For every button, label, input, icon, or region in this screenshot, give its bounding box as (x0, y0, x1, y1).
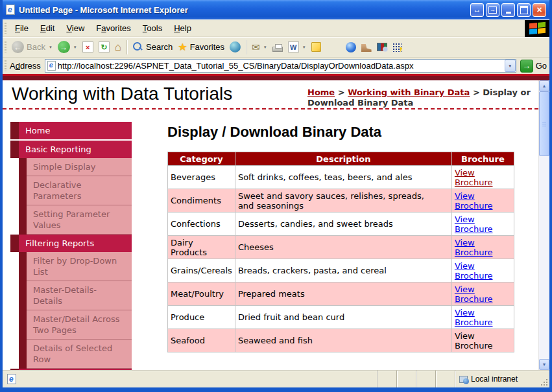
description-cell: Sweet and savory sauces, relishes, sprea… (235, 189, 451, 213)
resize-grip[interactable] (539, 371, 549, 387)
history-button[interactable] (227, 40, 243, 54)
table-row: Condiments Sweet and savory sauces, reli… (168, 189, 514, 213)
view-brochure-link[interactable]: View Brochure (455, 308, 493, 327)
maximize-button[interactable] (517, 3, 531, 17)
toolbar-separator (246, 40, 246, 54)
description-cell: Seaweed and fish (235, 329, 451, 352)
print-button[interactable] (270, 41, 285, 53)
breadcrumb-item: > Working with Binary Data (335, 87, 470, 97)
minimize-button[interactable] (501, 3, 515, 17)
mail-icon: ✉ (252, 42, 260, 52)
header-category: Category (168, 152, 235, 166)
word-icon: W (288, 41, 299, 52)
sidebar-item-notch (19, 176, 27, 205)
window-split-button[interactable] (470, 3, 484, 17)
sidebar-item[interactable]: Filter by Drop-Down List (19, 252, 132, 281)
sidebar-item-notch (19, 340, 27, 369)
address-input[interactable] (56, 61, 505, 71)
stop-button[interactable]: × (80, 40, 96, 54)
main-content: Display / Download Binary Data Category … (167, 122, 514, 370)
mail-button[interactable]: ✉ ▼ (249, 41, 270, 54)
zone-label: Local intranet (471, 375, 518, 384)
address-dropdown-button[interactable]: ▼ (505, 60, 516, 72)
refresh-button[interactable]: ↻ (96, 40, 112, 54)
sidebar-item-notch (19, 158, 27, 176)
status-document-icon (7, 374, 16, 384)
go-arrow-icon: → (520, 60, 533, 73)
header-brochure: Brochure (451, 152, 514, 166)
view-brochure-link[interactable]: View Brochure (455, 284, 493, 304)
vertical-scrollbar[interactable]: ▲ ▼ (538, 80, 549, 370)
sidebar-item-label: Declarative Parameters (27, 176, 132, 205)
view-brochure-link[interactable]: View Brochure (455, 168, 493, 187)
messenger-button[interactable] (343, 41, 359, 54)
title-bar[interactable]: Untitled Page - Microsoft Internet Explo… (3, 0, 549, 19)
sidebar-nav: Home Basic Reporting Simple Display Decl… (10, 122, 132, 370)
breadcrumb-link[interactable]: Home (307, 87, 335, 97)
sidebar-item-label: Master-Details- Details (27, 281, 132, 310)
menu-item[interactable]: File (9, 21, 34, 36)
back-dropdown-icon: ▼ (49, 45, 53, 49)
addressbar-grip[interactable] (5, 60, 6, 71)
sidebar-item-partial[interactable] (10, 369, 132, 370)
search-button[interactable]: Search (130, 40, 175, 54)
scrollbar-thumb[interactable] (539, 91, 549, 156)
forward-dropdown-icon: ▼ (73, 45, 77, 49)
back-button[interactable]: ← Back ▼ (9, 40, 55, 54)
sidebar-item[interactable]: Details of Selected Row (19, 340, 132, 369)
sidebar-item[interactable]: Setting Parameter Values (19, 205, 132, 235)
scroll-down-button[interactable]: ▼ (539, 359, 549, 370)
go-button[interactable]: → Go (520, 60, 547, 73)
menu-item[interactable]: Edit (34, 21, 60, 36)
sidebar-item[interactable]: Simple Display (19, 158, 132, 176)
sidebar-item[interactable]: Master/Detail Across Two Pages (19, 310, 132, 340)
forward-button[interactable]: → ▼ (55, 40, 80, 54)
address-label: Address (10, 61, 41, 71)
breadcrumb-link[interactable]: Working with Binary Data (348, 87, 470, 97)
view-brochure-link[interactable]: View Brochure (455, 238, 493, 257)
research-button[interactable] (374, 41, 390, 52)
sidebar-item-notch (10, 122, 19, 139)
site-title: Working with Data Tutorials (12, 84, 232, 104)
scrollbar-track[interactable] (539, 156, 549, 359)
window-popout-button[interactable] (486, 3, 499, 17)
sidebar-item[interactable]: Master-Details- Details (19, 281, 132, 310)
sidebar-item[interactable]: Basic Reporting (10, 141, 132, 158)
status-panel (435, 371, 455, 387)
menu-item[interactable]: Tools (137, 21, 168, 36)
page-body: Home Basic Reporting Simple Display Decl… (3, 110, 538, 370)
scroll-up-button[interactable]: ▲ (539, 80, 549, 91)
sidebar-item[interactable]: Declarative Parameters (19, 176, 132, 205)
sidebar-item[interactable]: Home (10, 122, 132, 139)
view-brochure-link: View Brochure (455, 331, 493, 351)
view-brochure-link[interactable]: View Brochure (455, 214, 493, 234)
menu-item[interactable]: Favorites (90, 21, 136, 36)
edit-with-word-button[interactable]: W ▼ (285, 40, 309, 54)
sidebar-item-label: Basic Reporting (19, 141, 132, 158)
toolbar-grip[interactable] (5, 41, 6, 52)
browser-window: Untitled Page - Microsoft Internet Explo… (0, 0, 552, 392)
sidebar-item-notch (10, 235, 19, 252)
ie-document-icon (6, 5, 15, 15)
view-brochure-link[interactable]: View Brochure (455, 261, 493, 281)
close-button[interactable]: × (533, 3, 546, 17)
notes-button[interactable] (309, 41, 324, 53)
binary-tool-button[interactable] (390, 41, 404, 53)
sidebar-item-notch (19, 281, 27, 310)
search-icon (132, 41, 143, 52)
breadcrumb: Home > Working with Binary Data > Displa… (307, 84, 536, 108)
home-button[interactable]: ⌂ (112, 40, 124, 54)
home-icon: ⌂ (115, 41, 121, 52)
menu-item[interactable]: View (60, 21, 90, 36)
sidebar-item[interactable]: Filtering Reports (10, 235, 132, 252)
menu-item[interactable]: Help (168, 21, 197, 36)
favorites-button[interactable]: ★ Favorites (175, 40, 227, 54)
table-row: Produce Dried fruit and bean curd View B… (168, 306, 514, 329)
extra-tool-button[interactable] (359, 41, 374, 53)
view-brochure-link[interactable]: View Brochure (455, 191, 493, 211)
table-header-row: Category Description Brochure (168, 152, 514, 166)
history-icon (230, 41, 241, 52)
sidebar-item-label: Home (19, 122, 132, 139)
menubar-grip[interactable] (5, 23, 6, 34)
status-panel (416, 371, 435, 387)
